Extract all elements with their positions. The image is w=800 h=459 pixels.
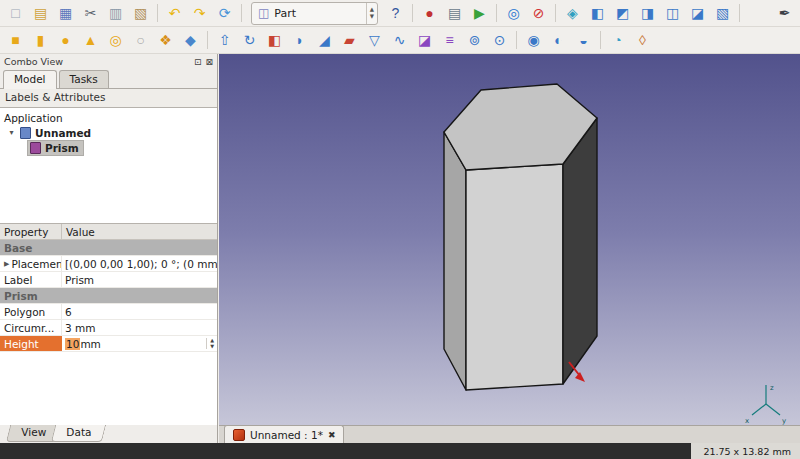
part-mirror-glyph: ◧ [268, 33, 281, 47]
part-offset-icon[interactable]: ⊚ [462, 29, 487, 52]
part-fillet-icon[interactable]: ◗ [287, 29, 312, 52]
panel-float-icon[interactable]: ⊡ [194, 57, 202, 67]
part-ruled-surface-icon[interactable]: ▰ [337, 29, 362, 52]
tree-selection-highlight: Prism [27, 140, 84, 156]
view-bottom-icon[interactable]: ◪ [685, 2, 710, 25]
property-grid: Base▶Placement[(0,00 0,00 1,00); 0 °; (0… [0, 240, 217, 425]
cursor-dimensions: 21.75 x 13.82 mm [691, 443, 800, 459]
value-column-header[interactable]: Value [62, 226, 217, 238]
part-tube-icon[interactable]: ○ [128, 29, 153, 52]
save-document-icon[interactable]: ▦ [53, 2, 78, 25]
expand-arrow-icon[interactable]: ▶ [4, 260, 9, 268]
tab-tasks[interactable]: Tasks [59, 70, 109, 88]
part-chamfer-icon[interactable]: ◢ [312, 29, 337, 52]
prism-left-face[interactable] [444, 132, 466, 390]
refresh-icon[interactable]: ⟳ [212, 2, 237, 25]
undo-icon[interactable]: ↶ [162, 2, 187, 25]
part-thickness-icon[interactable]: ⊙ [487, 29, 512, 52]
part-revolve-icon[interactable]: ↻ [237, 29, 262, 52]
part-offset-glyph: ⊚ [469, 33, 481, 47]
tree-item-application[interactable]: Application [0, 110, 217, 125]
boolean-cut-icon[interactable]: ◒ [571, 29, 596, 52]
property-group-prism[interactable]: Prism [0, 288, 217, 304]
draw-style-glyph: ⊘ [533, 6, 545, 20]
redo-glyph: ↷ [194, 6, 206, 20]
part-shape-builder-icon[interactable]: ◆ [178, 29, 203, 52]
part-mirror-icon[interactable]: ◧ [262, 29, 287, 52]
part-torus-icon[interactable]: ◎ [103, 29, 128, 52]
toolbar-separator [157, 4, 158, 22]
part-primitives-icon[interactable]: ❖ [153, 29, 178, 52]
part-loft-icon[interactable]: ▽ [362, 29, 387, 52]
part-cone-glyph: ▲ [84, 33, 98, 47]
view-right-icon[interactable]: ◨ [635, 2, 660, 25]
redo-icon[interactable]: ↷ [187, 2, 212, 25]
property-row-placement[interactable]: ▶Placement[(0,00 0,00 1,00); 0 °; (0 mm … [0, 256, 217, 272]
tree-item-unnamed[interactable]: ▾ Unnamed [0, 125, 217, 140]
tab-model[interactable]: Model [3, 70, 57, 89]
macro-record-icon[interactable]: ● [417, 2, 442, 25]
toolbar-file-group: □▤▦✂▥▧↶↷⟳ [3, 2, 246, 25]
part-ruled-surface-glyph: ▰ [344, 33, 355, 47]
part-section-icon[interactable]: ◪ [412, 29, 437, 52]
property-column-header[interactable]: Property [0, 224, 62, 239]
tab-data-properties[interactable]: Data [51, 425, 106, 442]
part-primitives-glyph: ❖ [159, 33, 172, 47]
tab-close-icon[interactable]: ✖ [328, 430, 336, 440]
view-top-icon[interactable]: ◩ [610, 2, 635, 25]
view-front-icon[interactable]: ◧ [585, 2, 610, 25]
fit-all-icon[interactable]: ◎ [501, 2, 526, 25]
new-document-icon[interactable]: □ [3, 2, 28, 25]
view-left-icon[interactable]: ▧ [710, 2, 735, 25]
check-geometry-icon[interactable]: ◔ [605, 29, 630, 52]
part-cone-icon[interactable]: ▲ [78, 29, 103, 52]
measure-icon[interactable]: ✒ [772, 2, 797, 25]
3d-viewport[interactable]: z x y [219, 54, 800, 425]
tree-column-header[interactable]: Labels & Attributes [0, 89, 217, 108]
workbench-selector-label: Part [274, 7, 360, 20]
view-isometric-icon[interactable]: ◈ [560, 2, 585, 25]
document-tab-unnamed[interactable]: Unnamed : 1* ✖ [224, 425, 344, 443]
expander-icon[interactable]: ▾ [7, 128, 16, 137]
copy-icon[interactable]: ▥ [103, 2, 128, 25]
prism-front-face[interactable] [466, 164, 563, 390]
part-box-icon[interactable]: ■ [3, 29, 28, 52]
whats-this-icon[interactable]: ? [383, 2, 408, 25]
boolean-common-icon[interactable]: ◐ [546, 29, 571, 52]
property-row-height[interactable]: Height10 mm▲▼ [0, 336, 217, 352]
boolean-union-icon[interactable]: ◉ [521, 29, 546, 52]
save-document-glyph: ▦ [59, 6, 72, 20]
tree-item-unnamed-label: Unnamed [35, 127, 91, 139]
new-document-glyph: □ [11, 6, 19, 20]
paste-icon[interactable]: ▧ [128, 2, 153, 25]
workbench-selector[interactable]: ◫ Part ▲ ▼ [251, 2, 378, 25]
property-row-label[interactable]: LabelPrism [0, 272, 217, 288]
part-sweep-icon[interactable]: ∿ [387, 29, 412, 52]
property-row-circumr-[interactable]: Circumr...3 mm [0, 320, 217, 336]
part-cylinder-icon[interactable]: ▮ [28, 29, 53, 52]
workbench-selector-arrows-icon[interactable]: ▲ ▼ [366, 3, 374, 24]
part-revolve-glyph: ↻ [244, 33, 256, 47]
part-sphere-glyph: ● [61, 33, 69, 47]
view-rear-icon[interactable]: ◫ [660, 2, 685, 25]
fit-all-glyph: ◎ [507, 6, 519, 20]
part-cross-sections-glyph: ≡ [445, 33, 453, 47]
tree-item-prism[interactable]: Prism [0, 140, 217, 155]
defeaturing-icon[interactable]: ◊ [630, 29, 655, 52]
combo-view-titlebar[interactable]: Combo View ⊡ ⊠ [0, 54, 217, 69]
part-sphere-icon[interactable]: ● [53, 29, 78, 52]
toolbar-separator [739, 4, 740, 22]
macro-execute-icon[interactable]: ▶ [467, 2, 492, 25]
property-group-base[interactable]: Base [0, 240, 217, 256]
cut-icon[interactable]: ✂ [78, 2, 103, 25]
part-extrude-icon[interactable]: ⇧ [212, 29, 237, 52]
part-cross-sections-icon[interactable]: ≡ [437, 29, 462, 52]
draw-style-icon[interactable]: ⊘ [526, 2, 551, 25]
panel-close-icon[interactable]: ⊠ [205, 57, 213, 67]
open-document-icon[interactable]: ▤ [28, 2, 53, 25]
property-row-polygon[interactable]: Polygon6 [0, 304, 217, 320]
macro-edit-icon[interactable]: ▤ [442, 2, 467, 25]
value-spinner[interactable]: ▲▼ [206, 338, 217, 349]
prism-icon [30, 142, 41, 154]
arrow-up-icon: ▲ [370, 7, 374, 13]
